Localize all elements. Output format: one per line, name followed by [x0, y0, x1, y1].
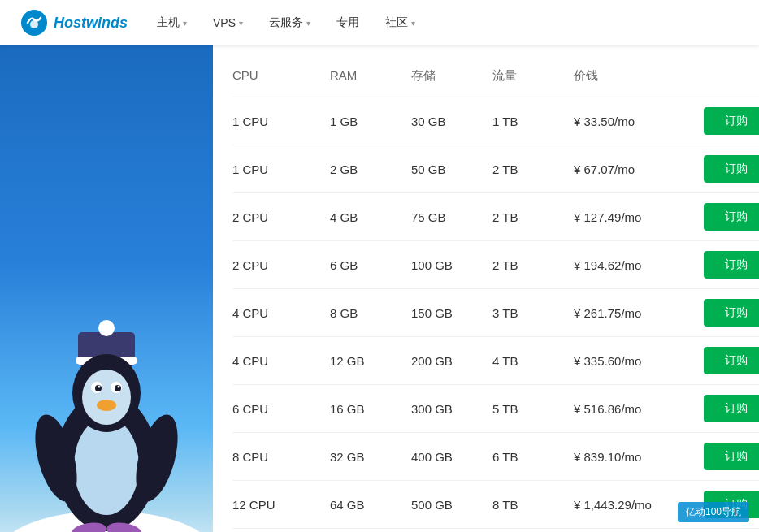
- nav-item-community[interactable]: 社区 ▾: [375, 11, 425, 35]
- chevron-down-icon: ▾: [239, 19, 243, 28]
- cell-traffic: 2 TB: [492, 162, 574, 176]
- cell-price: ¥ 335.60/mo: [574, 354, 704, 368]
- watermark: 亿动100导航: [678, 502, 749, 522]
- chevron-down-icon: ▾: [183, 19, 187, 28]
- cell-cpu: 8 CPU: [232, 450, 330, 464]
- cell-storage: 50 GB: [411, 162, 492, 176]
- cell-ram: 6 GB: [330, 258, 411, 272]
- nav-item-cloud[interactable]: 云服务 ▾: [259, 11, 320, 35]
- order-button[interactable]: 订购: [704, 443, 759, 470]
- cell-price: ¥ 194.62/mo: [574, 258, 704, 272]
- table-row: 2 CPU 4 GB 75 GB 2 TB ¥ 127.49/mo 订购: [232, 193, 759, 241]
- cell-traffic: 2 TB: [492, 258, 574, 272]
- nav-items: 主机 ▾ VPS ▾ 云服务 ▾ 专用 社区 ▾: [147, 11, 425, 35]
- table-row: 1 CPU 1 GB 30 GB 1 TB ¥ 33.50/mo 订购: [232, 97, 759, 145]
- cell-ram: 12 GB: [330, 354, 411, 368]
- sidebar: [0, 45, 213, 532]
- col-header-cpu: CPU: [232, 68, 330, 84]
- cell-cpu: 12 CPU: [232, 498, 330, 512]
- cell-storage: 500 GB: [411, 498, 492, 512]
- table-row: 4 CPU 8 GB 150 GB 3 TB ¥ 261.75/mo 订购: [232, 289, 759, 337]
- col-header-storage: 存储: [411, 68, 492, 84]
- nav-item-dedicated[interactable]: 专用: [327, 11, 369, 35]
- cell-traffic: 1 TB: [492, 115, 574, 128]
- table-row: 6 CPU 16 GB 300 GB 5 TB ¥ 516.86/mo 订购: [232, 385, 759, 433]
- cell-ram: 64 GB: [330, 498, 411, 512]
- cell-storage: 75 GB: [411, 210, 492, 224]
- logo-text: Hostwinds: [54, 15, 128, 32]
- col-header-traffic: 流量: [492, 68, 574, 84]
- svg-point-5: [98, 320, 115, 336]
- order-button[interactable]: 订购: [704, 251, 759, 279]
- nav-item-vps[interactable]: VPS ▾: [203, 11, 253, 34]
- cell-price: ¥ 67.07/mo: [574, 162, 704, 176]
- cell-cpu: 4 CPU: [232, 306, 330, 320]
- svg-point-16: [97, 400, 116, 411]
- order-button[interactable]: 订购: [704, 299, 759, 327]
- cell-storage: 150 GB: [411, 306, 492, 320]
- nav-item-host[interactable]: 主机 ▾: [147, 11, 197, 35]
- logo-icon: [20, 8, 49, 37]
- nav-item-vps-label: VPS: [213, 16, 236, 29]
- col-header-action: [704, 68, 759, 84]
- nav-item-host-label: 主机: [157, 15, 180, 30]
- cell-price: ¥ 261.75/mo: [574, 306, 704, 320]
- cell-traffic: 4 TB: [492, 354, 574, 368]
- cell-storage: 300 GB: [411, 402, 492, 416]
- cell-storage: 200 GB: [411, 354, 492, 368]
- nav-item-cloud-label: 云服务: [269, 15, 303, 30]
- col-header-ram: RAM: [330, 68, 411, 84]
- main-container: CPU RAM 存储 流量 价钱 1 CPU 1 GB 30 GB 1 TB ¥…: [0, 45, 759, 532]
- order-button[interactable]: 订购: [704, 203, 759, 231]
- order-button[interactable]: 订购: [704, 155, 759, 183]
- cell-price: ¥ 839.10/mo: [574, 450, 704, 464]
- content-area: CPU RAM 存储 流量 价钱 1 CPU 1 GB 30 GB 1 TB ¥…: [213, 45, 759, 532]
- cell-price: ¥ 127.49/mo: [574, 210, 704, 224]
- chevron-down-icon: ▾: [411, 19, 415, 28]
- table-row: 1 CPU 2 GB 50 GB 2 TB ¥ 67.07/mo 订购: [232, 145, 759, 193]
- order-button[interactable]: 订购: [704, 395, 759, 422]
- cell-price: ¥ 33.50/mo: [574, 115, 704, 128]
- table-row: 8 CPU 32 GB 400 GB 6 TB ¥ 839.10/mo 订购: [232, 433, 759, 481]
- cell-storage: 30 GB: [411, 115, 492, 128]
- cell-traffic: 2 TB: [492, 210, 574, 224]
- cell-ram: 1 GB: [330, 115, 411, 128]
- cell-traffic: 3 TB: [492, 306, 574, 320]
- cell-storage: 100 GB: [411, 258, 492, 272]
- svg-point-9: [82, 370, 131, 425]
- nav-item-dedicated-label: 专用: [336, 15, 359, 30]
- penguin-svg: [25, 316, 188, 532]
- cell-ram: 2 GB: [330, 162, 411, 176]
- navbar: Hostwinds 主机 ▾ VPS ▾ 云服务 ▾ 专用 社区 ▾: [0, 0, 759, 45]
- svg-point-14: [98, 386, 101, 388]
- table-row: 4 CPU 12 GB 200 GB 4 TB ¥ 335.60/mo 订购: [232, 337, 759, 385]
- order-button[interactable]: 订购: [704, 347, 759, 374]
- cell-cpu: 2 CPU: [232, 258, 330, 272]
- cell-cpu: 1 CPU: [232, 115, 330, 128]
- cell-storage: 400 GB: [411, 450, 492, 464]
- cell-ram: 4 GB: [330, 210, 411, 224]
- table-header: CPU RAM 存储 流量 价钱: [232, 62, 759, 97]
- cell-cpu: 4 CPU: [232, 354, 330, 368]
- cell-ram: 16 GB: [330, 402, 411, 416]
- cell-ram: 8 GB: [330, 306, 411, 320]
- cell-ram: 32 GB: [330, 450, 411, 464]
- logo[interactable]: Hostwinds: [20, 8, 128, 37]
- chevron-down-icon: ▾: [306, 19, 310, 28]
- table-body: 1 CPU 1 GB 30 GB 1 TB ¥ 33.50/mo 订购 1 CP…: [232, 97, 759, 532]
- col-header-price: 价钱: [574, 68, 704, 84]
- table-row: 2 CPU 6 GB 100 GB 2 TB ¥ 194.62/mo 订购: [232, 241, 759, 289]
- table-row: 16 CPU 96 GB 750 GB 9 TB ¥ 2,208.61/mo 订…: [232, 529, 759, 532]
- cell-traffic: 8 TB: [492, 498, 574, 512]
- nav-item-community-label: 社区: [385, 15, 408, 30]
- cell-traffic: 6 TB: [492, 450, 574, 464]
- svg-point-1: [30, 20, 38, 28]
- cell-price: ¥ 516.86/mo: [574, 402, 704, 416]
- cell-cpu: 1 CPU: [232, 162, 330, 176]
- cell-cpu: 2 CPU: [232, 210, 330, 224]
- cell-cpu: 6 CPU: [232, 402, 330, 416]
- order-button[interactable]: 订购: [704, 107, 759, 135]
- cell-traffic: 5 TB: [492, 402, 574, 416]
- penguin-illustration: [25, 316, 188, 532]
- svg-point-15: [118, 386, 120, 388]
